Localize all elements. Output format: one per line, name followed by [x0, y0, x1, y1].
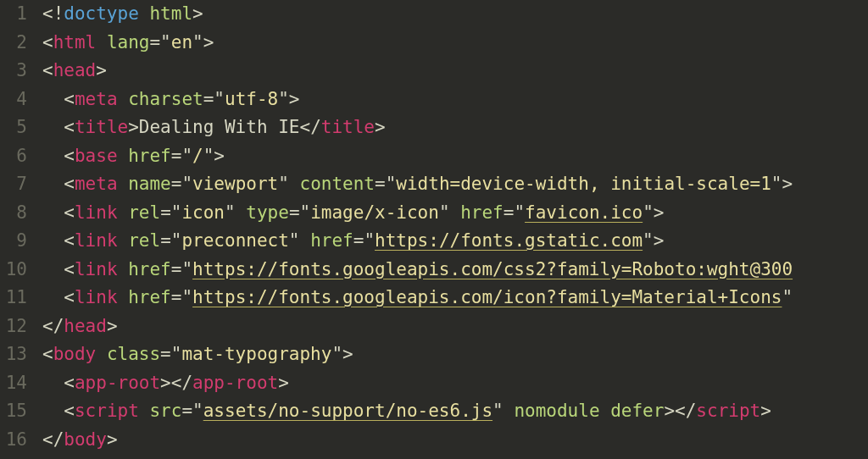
line-number: 13 [0, 344, 42, 364]
code-line[interactable]: 11 <link href="https://fonts.googleapis.… [0, 287, 868, 316]
token-attr: href [460, 202, 504, 223]
token-tag: link [75, 230, 118, 251]
token-punct: =" [353, 230, 375, 251]
token-attr: content [300, 174, 376, 194]
code-content[interactable]: <link rel="icon" type="image/x-icon" hre… [42, 202, 868, 223]
token-punct: > [107, 316, 118, 336]
code-content[interactable]: <html lang="en"> [42, 32, 868, 53]
code-line[interactable]: 10 <link href="https://fonts.googleapis.… [0, 259, 868, 288]
token-punct: =" [160, 344, 181, 364]
line-number: 3 [0, 60, 42, 80]
token-attr: class [107, 344, 160, 364]
code-line[interactable]: 12</head> [0, 316, 868, 345]
token-punct: " [782, 287, 793, 307]
token-attr: rel [128, 230, 160, 251]
token-attr: rel [128, 202, 160, 223]
code-content[interactable]: </body> [42, 429, 868, 450]
token-punct: =" [160, 230, 181, 251]
token-string: width=device-width, initial-scale=1 [396, 174, 771, 194]
code-editor[interactable]: 1<!doctype html>2<html lang="en">3<head>… [0, 0, 868, 457]
token-punct: "> [643, 202, 664, 223]
code-content[interactable]: <app-root></app-root> [42, 373, 868, 393]
token-punct: < [64, 259, 75, 279]
code-line[interactable]: 15 <script src="assets/no-support/no-es6… [0, 401, 868, 429]
token-attr: href [128, 287, 171, 307]
code-content[interactable]: <head> [42, 60, 868, 80]
line-number: 10 [0, 259, 42, 279]
token-punct: > [278, 373, 289, 393]
code-line[interactable]: 9 <link rel="preconnect" href="https://f… [0, 230, 868, 259]
token-attr: defer [610, 401, 664, 421]
code-content[interactable]: <script src="assets/no-support/no-es6.js… [42, 401, 868, 421]
code-content[interactable]: <body class="mat-typography"> [42, 344, 868, 364]
token-punct: ></ [160, 373, 192, 393]
token-punct: < [64, 202, 75, 223]
token-attr: html [149, 3, 192, 24]
code-line[interactable]: 8 <link rel="icon" type="image/x-icon" h… [0, 202, 868, 231]
token-tag: head [53, 60, 97, 80]
code-line[interactable]: 1<!doctype html> [0, 3, 868, 32]
token-punct: "> [203, 146, 225, 166]
token-punct: > [107, 429, 118, 450]
code-line[interactable]: 13<body class="mat-typography"> [0, 344, 868, 373]
code-line[interactable]: 16</body> [0, 429, 868, 458]
code-line[interactable]: 5 <title>Dealing With IE</title> [0, 117, 868, 146]
token-tag: head [64, 316, 107, 336]
code-line[interactable]: 7 <meta name="viewport" content="width=d… [0, 174, 868, 202]
token-punct: "> [192, 32, 214, 53]
token-attr: name [128, 174, 171, 194]
token-tag: title [321, 117, 375, 137]
token-punct: < [64, 174, 75, 194]
code-content[interactable]: <link href="https://fonts.googleapis.com… [42, 287, 868, 307]
code-line[interactable]: 3<head> [0, 60, 868, 89]
code-content[interactable]: </head> [42, 316, 868, 336]
token-tag: body [53, 344, 97, 364]
token-tag: link [75, 202, 118, 223]
token-punct: =" [289, 202, 310, 223]
token-punct: =" [160, 202, 181, 223]
code-content[interactable]: <link href="https://fonts.googleapis.com… [42, 259, 868, 279]
token-string: / [192, 146, 203, 166]
token-string: icon [181, 202, 225, 223]
token-punct: <! [42, 3, 64, 24]
token-punct [118, 259, 129, 279]
code-content[interactable]: <link rel="preconnect" href="https://fon… [42, 230, 868, 251]
code-content[interactable]: <title>Dealing With IE</title> [42, 117, 868, 137]
token-string: mat-typography [181, 344, 331, 364]
code-line[interactable]: 14 <app-root></app-root> [0, 373, 868, 401]
token-punct: < [42, 344, 53, 364]
token-punct: =" [504, 202, 525, 223]
code-content[interactable]: <base href="/"> [42, 146, 868, 166]
token-punct: > [96, 60, 107, 80]
token-punct: > [128, 117, 139, 137]
token-string: utf-8 [225, 89, 278, 109]
code-line[interactable]: 4 <meta charset="utf-8"> [0, 89, 868, 118]
token-punct [118, 89, 129, 109]
token-punct: < [64, 146, 75, 166]
token-punct: =" [375, 174, 396, 194]
code-line[interactable]: 2<html lang="en"> [0, 32, 868, 61]
token-punct: " [289, 230, 310, 251]
code-content[interactable]: <meta name="viewport" content="width=dev… [42, 174, 868, 194]
token-tag: script [696, 401, 760, 421]
token-punct: "> [643, 230, 664, 251]
code-content[interactable]: <!doctype html> [42, 3, 868, 24]
token-tag: app-root [75, 373, 160, 393]
token-punct: < [64, 89, 75, 109]
token-punct: ></ [664, 401, 696, 421]
token-string: assets/no-support/no-es6.js [203, 401, 492, 421]
token-string: preconnect [181, 230, 288, 251]
token-attr: type [246, 202, 289, 223]
token-punct [600, 401, 611, 421]
token-attr: lang [107, 32, 150, 53]
token-string: favicon.ico [525, 202, 643, 223]
token-punct: > [375, 117, 386, 137]
token-string: viewport [192, 174, 278, 194]
token-punct: =" [171, 174, 192, 194]
token-tag: app-root [192, 373, 278, 393]
line-number: 7 [0, 174, 42, 194]
code-line[interactable]: 6 <base href="/"> [0, 146, 868, 174]
token-punct: </ [42, 429, 64, 450]
line-number: 6 [0, 146, 42, 166]
code-content[interactable]: <meta charset="utf-8"> [42, 89, 868, 109]
